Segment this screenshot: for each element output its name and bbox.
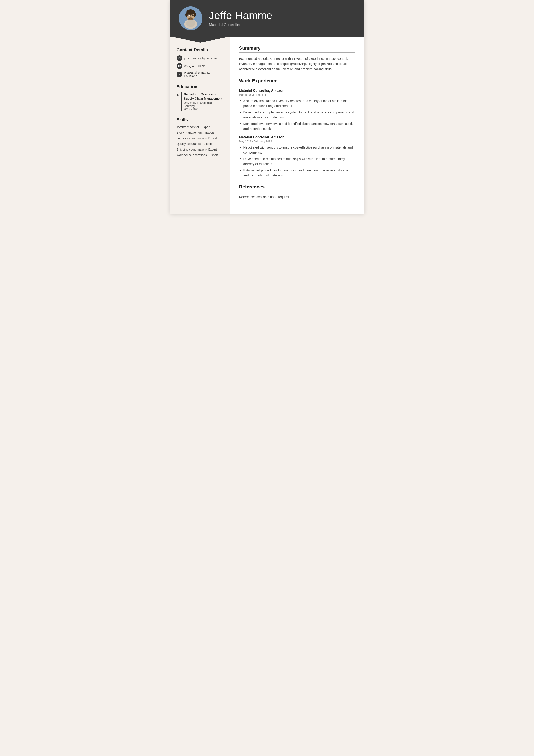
phone-icon: ☎ (177, 63, 182, 69)
job-bullet: Negotiated with vendors to ensure cost-e… (239, 145, 355, 155)
job-bullet: Established procedures for controlling a… (239, 168, 355, 178)
email-item: ✉ jeffehamme@gmail.com (177, 55, 224, 61)
candidate-name: Jeffe Hamme (209, 10, 273, 21)
contact-section: Contact Details ✉ jeffehamme@gmail.com ☎… (177, 47, 224, 78)
skill-item: Stock management - Expert (177, 131, 224, 134)
skills-title: Skills (177, 117, 224, 122)
job-bullet: Accurately maintained inventory records … (239, 98, 355, 108)
phone-item: ☎ (277) 489 0172 (177, 63, 224, 69)
header-info: Jeffe Hamme Material Controller (209, 10, 273, 27)
address-item: ⊙ Hackettville, 58053, Louisiana (177, 71, 224, 78)
job-title-1: Material Controller, Amazon (239, 89, 355, 93)
email-value[interactable]: jeffehamme@gmail.com (184, 57, 217, 60)
job-period-1: March 2023 - Present (239, 93, 355, 96)
sidebar: Contact Details ✉ jeffehamme@gmail.com ☎… (170, 37, 231, 214)
address-value: Hackettville, 58053, Louisiana (184, 71, 224, 78)
edu-content: Bachelor of Science in Supply Chain Mana… (181, 92, 224, 111)
svg-point-18 (188, 17, 193, 20)
main-content: Summary Experienced Material Controller … (231, 37, 364, 214)
references-text: References available upon request (239, 195, 355, 199)
job-bullets-1: Accurately maintained inventory records … (239, 98, 355, 131)
job-bullet: Developed and implemented a system to tr… (239, 110, 355, 120)
svg-point-17 (190, 16, 191, 17)
skill-item: Warehouse operations - Expert (177, 153, 224, 157)
svg-marker-19 (170, 36, 231, 43)
education-item: ● Bachelor of Science in Supply Chain Ma… (177, 92, 224, 111)
edu-school: University of California, Berkeley (184, 101, 224, 108)
email-icon: ✉ (177, 55, 182, 61)
svg-point-5 (186, 10, 195, 15)
candidate-title: Material Controller (209, 23, 273, 27)
work-experience-title: Work Experience (239, 78, 355, 85)
resume-header: Jeffe Hamme Material Controller (170, 0, 364, 37)
svg-point-11 (192, 15, 192, 16)
skills-section: Skills Inventory control - Expert Stock … (177, 117, 224, 157)
job-bullet: Developed and maintained relationships w… (239, 156, 355, 166)
job-period-2: May 2021 - February 2023 (239, 140, 355, 143)
edu-bullet-icon: ● (177, 93, 179, 111)
summary-text: Experienced Material Controller with 6+ … (239, 56, 355, 71)
summary-section: Summary Experienced Material Controller … (239, 45, 355, 71)
edu-years: 2017 - 2021 (184, 108, 224, 111)
skill-item: Quality assurance - Expert (177, 142, 224, 146)
job-title-2: Material Controller, Amazon (239, 135, 355, 139)
contact-title: Contact Details (177, 47, 224, 52)
svg-point-6 (186, 13, 188, 17)
job-bullet: Monitored inventory levels and identifie… (239, 122, 355, 131)
phone-value: (277) 489 0172 (184, 64, 205, 68)
svg-point-3 (186, 20, 195, 27)
summary-title: Summary (239, 45, 355, 53)
references-title: References (239, 184, 355, 192)
skill-item: Inventory control - Expert (177, 125, 224, 129)
education-title: Education (177, 84, 224, 89)
svg-point-7 (194, 13, 196, 17)
skill-item: Shipping coordination - Expert (177, 148, 224, 151)
svg-point-10 (189, 15, 189, 16)
work-experience-section: Work Experience Material Controller, Ama… (239, 78, 355, 178)
location-icon: ⊙ (177, 71, 182, 77)
edu-degree: Bachelor of Science in Supply Chain Mana… (184, 92, 224, 101)
avatar (179, 7, 202, 30)
job-bullets-2: Negotiated with vendors to ensure cost-e… (239, 145, 355, 178)
education-section: Education ● Bachelor of Science in Suppl… (177, 84, 224, 111)
skill-item: Logistics coordination - Expert (177, 137, 224, 140)
references-section: References References available upon req… (239, 184, 355, 199)
resume-body: Contact Details ✉ jeffehamme@gmail.com ☎… (170, 37, 364, 214)
